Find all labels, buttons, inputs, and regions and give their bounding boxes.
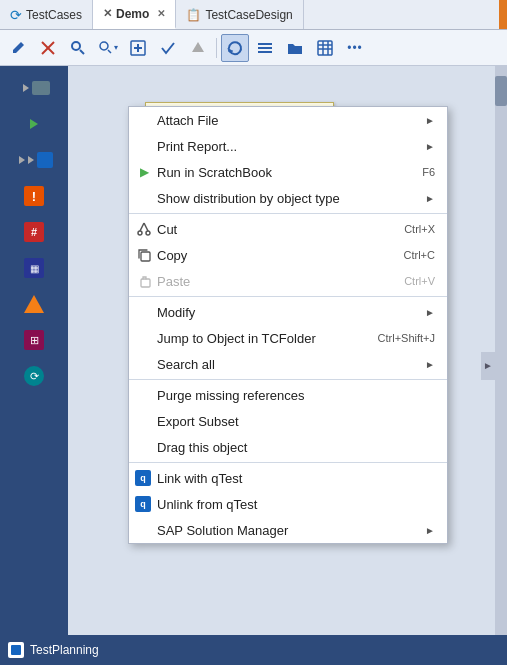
arrow-icon-search: ► [425, 359, 435, 370]
sidebar-item-refresh[interactable]: ⟳ [0, 358, 68, 394]
testcasedesign-tab-label: TestCaseDesign [205, 8, 292, 22]
menu-item-purge-missing[interactable]: Purge missing references [129, 382, 447, 408]
close-button[interactable] [34, 34, 62, 62]
menu-item-run-scratchbook[interactable]: ▶ Run in ScratchBook F6 [129, 159, 447, 185]
tab-testcases[interactable]: ⟳ TestCases [0, 0, 93, 29]
list-button[interactable] [251, 34, 279, 62]
svg-rect-10 [258, 43, 272, 45]
checkmark-button[interactable] [154, 34, 182, 62]
menu-item-paste: Paste Ctrl+V [129, 268, 447, 294]
right-panel: Attach File ► Print Report... ► ▶ Run in… [68, 66, 507, 665]
menu-item-copy[interactable]: Copy Ctrl+C [129, 242, 447, 268]
expand-arrow-icon-3 [19, 156, 25, 164]
svg-marker-9 [192, 42, 204, 52]
menu-item-print-report[interactable]: Print Report... ► [129, 133, 447, 159]
menu-item-attach-file[interactable]: Attach File ► [129, 107, 447, 133]
scrollbar-track [495, 66, 507, 665]
tab-testcasedesign[interactable]: 📋 TestCaseDesign [176, 0, 303, 29]
qtest-link-icon: q [135, 470, 151, 486]
table-button[interactable] [311, 34, 339, 62]
refresh-button[interactable] [221, 34, 249, 62]
sidebar-item-alert[interactable] [0, 286, 68, 322]
toolbar-separator-1 [216, 38, 217, 58]
search-plus-button[interactable]: ▾ [94, 34, 122, 62]
demo-tab-close[interactable]: ✕ [157, 8, 165, 19]
scrollbar-thumb[interactable] [495, 76, 507, 106]
sidebar-item-1[interactable] [0, 70, 68, 106]
context-menu: Attach File ► Print Report... ► ▶ Run in… [128, 106, 448, 544]
svg-point-4 [100, 42, 108, 50]
sidebar-item-blue[interactable] [0, 142, 68, 178]
demo-tab-label: Demo [116, 7, 149, 21]
create-testcase-button[interactable] [124, 34, 152, 62]
arrow-icon-sap: ► [425, 525, 435, 536]
right-edge-handle[interactable]: ► [481, 352, 495, 380]
svg-line-3 [80, 50, 84, 54]
arrow-icon-modify: ► [425, 307, 435, 318]
cut-icon [135, 220, 153, 238]
alert-icon [24, 295, 44, 313]
svg-rect-11 [258, 47, 272, 49]
sidebar-item-warning[interactable]: ! [0, 178, 68, 214]
qtest-unlink-icon: q [135, 496, 151, 512]
svg-rect-22 [141, 252, 150, 261]
bottom-bar: TestPlanning [0, 635, 507, 665]
menu-item-link-qtest[interactable]: q Link with qTest [129, 465, 447, 491]
sidebar-item-play[interactable] [0, 106, 68, 142]
separator-3 [129, 379, 447, 380]
menu-item-unlink-qtest[interactable]: q Unlink from qTest [129, 491, 447, 517]
menu-item-show-distribution[interactable]: Show distribution by object type ► [129, 185, 447, 211]
expand-arrow-icon-3b [28, 156, 34, 164]
chart-icon: ▦ [24, 258, 44, 278]
testcases-tab-icon: ⟳ [10, 7, 22, 23]
tab-bar: ⟳ TestCases ✕ Demo ✕ 📋 TestCaseDesign [0, 0, 507, 30]
svg-line-20 [140, 223, 144, 231]
sidebar-item-chart[interactable]: ▦ [0, 250, 68, 286]
svg-point-2 [72, 42, 80, 50]
grid-icon: ⊞ [24, 330, 44, 350]
folder-button[interactable] [281, 34, 309, 62]
menu-item-modify[interactable]: Modify ► [129, 299, 447, 325]
edit-button[interactable] [4, 34, 32, 62]
svg-line-21 [144, 223, 148, 231]
more-button[interactable]: ••• [341, 34, 369, 62]
arrow-icon-distribution: ► [425, 193, 435, 204]
circular-icon: ⟳ [24, 366, 44, 386]
up-arrow-button[interactable] [184, 34, 212, 62]
svg-point-19 [146, 231, 150, 235]
menu-item-cut[interactable]: Cut Ctrl+X [129, 216, 447, 242]
svg-line-5 [108, 50, 111, 53]
svg-rect-13 [318, 41, 332, 55]
folder-icon-1 [32, 81, 50, 95]
sidebar-item-hash[interactable]: # [0, 214, 68, 250]
tab-demo[interactable]: ✕ Demo ✕ [93, 0, 176, 29]
search-button[interactable] [64, 34, 92, 62]
menu-item-export-subset[interactable]: Export Subset [129, 408, 447, 434]
main-area: ! # ▦ ⊞ ⟳ Attach File ► [0, 66, 507, 665]
svg-point-18 [138, 231, 142, 235]
play-icon-scratchbook: ▶ [135, 163, 153, 181]
sidebar: ! # ▦ ⊞ ⟳ [0, 66, 68, 665]
bottom-bar-label: TestPlanning [30, 643, 99, 657]
sidebar-item-grid[interactable]: ⊞ [0, 322, 68, 358]
svg-rect-24 [11, 645, 21, 655]
separator-1 [129, 213, 447, 214]
hash-icon: # [24, 222, 44, 242]
arrow-icon-attach: ► [425, 115, 435, 126]
menu-item-jump-to-object[interactable]: Jump to Object in TCFolder Ctrl+Shift+J [129, 325, 447, 351]
separator-2 [129, 296, 447, 297]
paste-icon [135, 272, 153, 290]
blue-square-icon [37, 152, 53, 168]
tab-indicator [499, 0, 507, 29]
testcasedesign-tab-icon: 📋 [186, 8, 201, 22]
expand-arrow-icon-1 [23, 84, 29, 92]
svg-rect-23 [141, 279, 150, 287]
menu-item-drag-object[interactable]: Drag this object [129, 434, 447, 460]
testcases-tab-label: TestCases [26, 8, 82, 22]
toolbar: ▾ Create TestCase (Ctrl+N,Ctrl+T) [0, 30, 507, 66]
demo-tab-icon: ✕ [103, 7, 112, 20]
menu-item-search-all[interactable]: Search all ► [129, 351, 447, 377]
menu-item-sap-solution[interactable]: SAP Solution Manager ► [129, 517, 447, 543]
svg-rect-12 [258, 51, 272, 53]
arrow-icon-print: ► [425, 141, 435, 152]
